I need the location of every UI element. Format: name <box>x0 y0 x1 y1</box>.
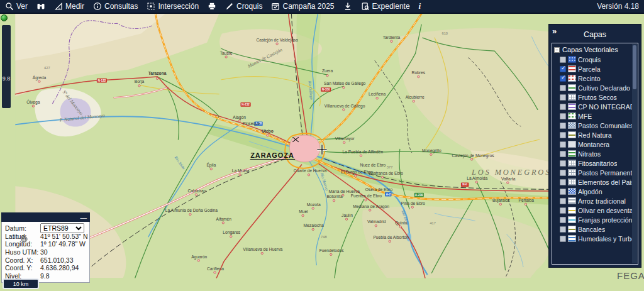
layer-checkbox[interactable] <box>560 151 566 157</box>
layer-checkbox[interactable] <box>560 170 566 176</box>
layer-item-olivar-en-desventaja[interactable]: Olivar en desventaja <box>552 206 638 215</box>
layer-item-croquis[interactable]: Croquis <box>552 55 638 64</box>
layer-item-montanera[interactable]: Montanera <box>552 140 638 149</box>
svg-text:Mezalocha: Mezalocha <box>304 223 324 228</box>
svg-text:Ágreda: Ágreda <box>33 75 47 80</box>
sigpac-viewer: { "toolbar": { "items": [ {"icon": "sear… <box>0 0 644 291</box>
binoculars-icon <box>36 2 45 11</box>
layer-checkbox[interactable] <box>560 141 566 148</box>
layer-item-pastos-permanentes[interactable]: Pastos Permanentes <box>552 168 638 177</box>
layer-item-recinto[interactable]: Recinto <box>552 74 638 83</box>
layer-checkbox[interactable] <box>560 75 566 82</box>
layer-checkbox[interactable] <box>560 85 566 91</box>
coordinates-panel-body: Datum: ETRS89 Latitud:41º 51' 50.53" N L… <box>1 222 90 283</box>
toolbar-croquis-button[interactable]: Croquis <box>225 2 262 11</box>
layer-item-bancales[interactable]: Bancales <box>552 224 638 234</box>
toolbar-ver-button[interactable]: Ver <box>5 2 28 11</box>
svg-text:Tardienta: Tardienta <box>383 35 401 40</box>
layer-checkbox[interactable] <box>560 123 566 129</box>
layer-item-nitratos[interactable]: Nitratos <box>552 149 638 158</box>
layer-checkbox[interactable] <box>560 179 566 185</box>
layer-checkbox[interactable] <box>560 226 566 233</box>
layer-item-franjas-proteccion[interactable]: Franjas protección <box>552 215 638 224</box>
layer-checkbox[interactable] <box>560 236 566 242</box>
layer-item-pastos-comunales[interactable]: Pastos Comunales <box>552 121 638 130</box>
svg-text:Leciñena: Leciñena <box>369 92 386 96</box>
layer-checkbox[interactable] <box>560 207 566 214</box>
search-icon <box>5 2 14 11</box>
minimize-icon[interactable]: — <box>80 214 87 221</box>
toolbar-print-button[interactable] <box>208 2 216 11</box>
calendar-icon <box>271 2 280 11</box>
utm-zone-row: Huso UTM:30 <box>5 248 87 256</box>
toolbar-download-button[interactable] <box>343 2 352 11</box>
layer-label: Franjas protección <box>578 216 632 224</box>
layer-item-cultivo-declarado[interactable]: Cultivo Declarado <box>552 83 638 92</box>
svg-text:Longares: Longares <box>223 231 240 236</box>
layer-item-humedales-y-turberas[interactable]: Humedales y Turberas <box>552 234 638 243</box>
layer-style-icon <box>568 178 576 185</box>
toolbar-binoculars-button[interactable] <box>36 2 45 11</box>
svg-text:Castejón de Valdejasa: Castejón de Valdejasa <box>257 38 298 43</box>
layer-checkbox[interactable] <box>560 160 566 167</box>
coordinates-panel-header[interactable]: — <box>1 212 90 222</box>
toolbar-interseccion-button[interactable]: Intersección <box>147 2 199 11</box>
svg-text:Muel: Muel <box>299 209 308 214</box>
svg-text:377: 377 <box>387 165 393 169</box>
layer-item-fitosanitarios[interactable]: Fitosanitarios <box>552 158 638 168</box>
svg-text:Valmadrid: Valmadrid <box>367 219 386 224</box>
toolbar-consultas-button[interactable]: Consultas <box>93 2 138 11</box>
scrollbar-thumb[interactable] <box>633 45 636 89</box>
layer-style-icon <box>568 188 576 195</box>
layer-style-icon <box>568 216 576 223</box>
zoom-slider[interactable]: 9.8 <box>2 25 11 108</box>
layer-checkbox[interactable] <box>560 66 566 72</box>
layer-checkbox[interactable] <box>560 94 566 101</box>
svg-text:Nuez de Ebro: Nuez de Ebro <box>360 163 386 167</box>
layer-item-mfe[interactable]: MFE <box>552 111 638 121</box>
toolbar-medir-button[interactable]: Medir <box>54 2 84 11</box>
layer-checkbox[interactable] <box>560 57 566 63</box>
collapse-minus-icon[interactable]: − <box>554 47 560 53</box>
svg-text:Peñalba: Peñalba <box>519 198 535 202</box>
coordinates-panel: — Datum: ETRS89 Latitud:41º 51' 50.53" N… <box>1 212 90 283</box>
layer-label: Recinto <box>578 75 601 82</box>
svg-text:Alagón: Alagón <box>233 115 246 120</box>
toolbar-expediente-button[interactable]: Expediente <box>361 2 410 11</box>
svg-text:Zuera: Zuera <box>322 69 333 73</box>
layer-checkbox[interactable] <box>560 189 566 195</box>
layer-label: Arroz tradicional <box>578 197 626 205</box>
layer-item-arroz-tradicional[interactable]: Arroz tradicional <box>552 196 638 206</box>
toolbar-info-button[interactable]: i <box>419 1 421 11</box>
layers-panel-title: Capas <box>549 25 641 39</box>
layer-label: Bancales <box>578 226 605 233</box>
layer-checkbox[interactable] <box>560 132 566 138</box>
toolbar-campana-button[interactable]: Campaña 2025 <box>271 2 334 11</box>
layer-checkbox[interactable] <box>560 198 566 204</box>
svg-text:Tarazona: Tarazona <box>148 71 167 75</box>
layer-item-elementos-del-paisaje[interactable]: Elementos del Paisaje <box>552 177 638 187</box>
datum-select[interactable]: ETRS89 <box>40 223 84 233</box>
map-canvas[interactable]: N-232 N-122 N-II N-330 A-2 A-68 A-230 42… <box>0 14 644 291</box>
layer-item-parcela[interactable]: Parcela <box>552 64 638 74</box>
layer-checkbox[interactable] <box>560 217 566 223</box>
svg-text:748: 748 <box>321 235 327 239</box>
layers-tree: − Capas Vectoriales Croquis Parcela Reci… <box>552 43 638 265</box>
panel-collapse-button[interactable]: » <box>552 26 557 36</box>
map-viewport[interactable]: N-232 N-122 N-II N-330 A-2 A-68 A-230 42… <box>0 14 644 291</box>
layer-style-icon <box>568 103 576 110</box>
layer-item-frutos-secos[interactable]: Frutos Secos <box>552 92 638 102</box>
layer-item-cp-no-integradas[interactable]: CP NO INTEGRADAS <box>552 102 638 111</box>
layer-label: Montanera <box>578 141 609 148</box>
globe-icon <box>21 236 28 243</box>
info-italic-icon: i <box>419 1 421 11</box>
layer-checkbox[interactable] <box>560 113 566 119</box>
layer-label: Red Natura <box>578 131 612 139</box>
layer-checkbox[interactable] <box>560 104 566 110</box>
layers-scrollbar[interactable] <box>632 44 637 263</box>
layer-item-algodon[interactable]: Algodón <box>552 187 638 196</box>
layer-item-red-natura[interactable]: Red Natura <box>552 130 638 140</box>
svg-text:Quinto: Quinto <box>395 221 408 226</box>
svg-text:Villamayor: Villamayor <box>335 136 355 141</box>
layers-group-vectoriales[interactable]: − Capas Vectoriales <box>552 43 638 55</box>
